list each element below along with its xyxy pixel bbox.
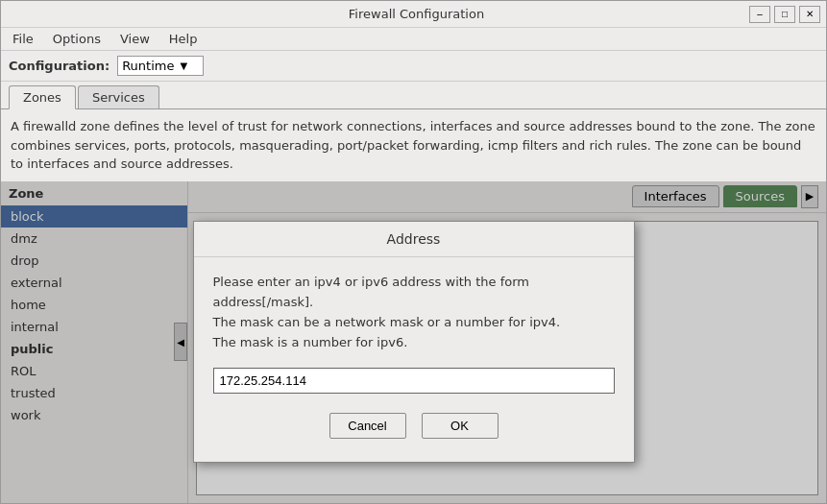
menu-help[interactable]: Help	[165, 31, 202, 47]
dialog-line2: The mask can be a network mask or a numb…	[213, 315, 561, 329]
config-row: Configuration: Runtime ▼	[1, 51, 826, 82]
main-window: Firewall Configuration – □ ✕ File Option…	[0, 0, 827, 504]
dialog-buttons: Cancel OK	[213, 409, 615, 446]
dialog-body: Please enter an ipv4 or ipv6 address wit…	[194, 257, 634, 462]
menu-file[interactable]: File	[9, 31, 37, 47]
title-bar-buttons: – □ ✕	[749, 6, 820, 23]
config-value: Runtime	[122, 59, 174, 73]
dialog-title: Address	[194, 222, 634, 257]
config-dropdown[interactable]: Runtime ▼	[117, 56, 204, 76]
close-button[interactable]: ✕	[799, 6, 820, 23]
maximize-button[interactable]: □	[774, 6, 795, 23]
dialog-message: Please enter an ipv4 or ipv6 address wit…	[213, 273, 615, 352]
tabs-bar: Zones Services	[1, 82, 826, 109]
tab-zones[interactable]: Zones	[9, 85, 76, 109]
title-bar: Firewall Configuration – □ ✕	[1, 1, 826, 28]
ok-button[interactable]: OK	[422, 413, 499, 439]
description-text: A firewalld zone defines the level of tr…	[1, 109, 826, 181]
menu-view[interactable]: View	[116, 31, 154, 47]
content-area: Zone block dmz drop external home intern…	[1, 181, 826, 504]
menu-options[interactable]: Options	[49, 31, 105, 47]
config-label: Configuration:	[9, 59, 109, 73]
dialog-line1: Please enter an ipv4 or ipv6 address wit…	[213, 275, 530, 309]
chevron-down-icon: ▼	[180, 60, 187, 71]
dialog-line3: The mask is a number for ipv6.	[213, 335, 408, 349]
menu-bar: File Options View Help	[1, 28, 826, 51]
dialog-overlay: Address Please enter an ipv4 or ipv6 add…	[1, 181, 826, 504]
address-dialog: Address Please enter an ipv4 or ipv6 add…	[193, 221, 635, 463]
tab-services[interactable]: Services	[78, 85, 159, 108]
cancel-button[interactable]: Cancel	[329, 413, 406, 439]
address-input[interactable]	[213, 368, 615, 394]
minimize-button[interactable]: –	[749, 6, 770, 23]
window-title: Firewall Configuration	[84, 7, 749, 21]
